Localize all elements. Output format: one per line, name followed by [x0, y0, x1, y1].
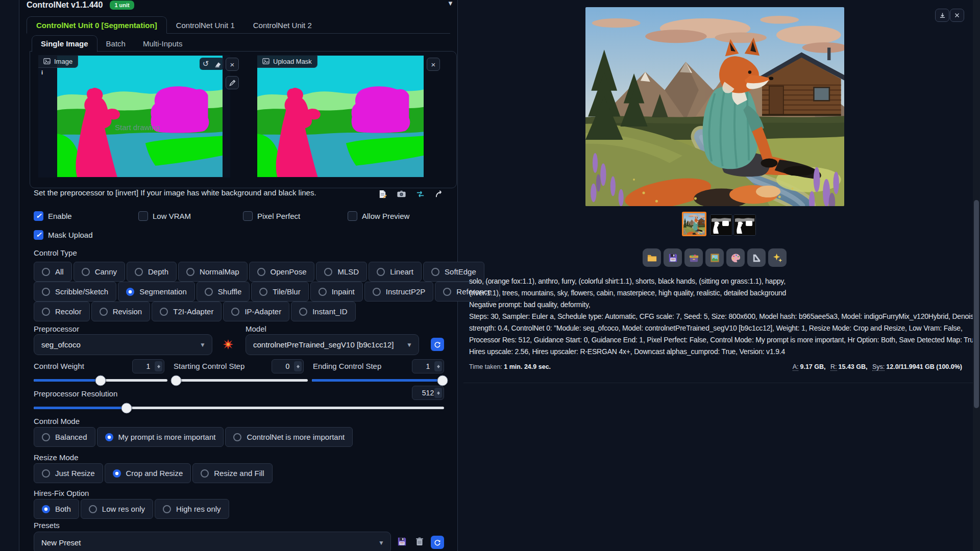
- control-type-recolor[interactable]: Recolor: [34, 302, 90, 321]
- page-scrollbar-thumb[interactable]: [974, 200, 979, 408]
- checkbox-icon[interactable]: [348, 211, 357, 221]
- send-to-img2img-button[interactable]: [705, 248, 724, 267]
- slider-handle[interactable]: [170, 375, 181, 386]
- preprocessor-resolution-input[interactable]: 512: [412, 386, 444, 400]
- mask-image[interactable]: [257, 56, 424, 177]
- slider-handle[interactable]: [121, 403, 132, 413]
- low-vram-checkbox[interactable]: Low VRAM: [138, 211, 191, 221]
- clear-image-button[interactable]: ×: [226, 58, 239, 71]
- model-dropdown[interactable]: controlnetPreTrained_segV10 [b9c1cc12] ▼: [246, 334, 419, 355]
- spinner-control[interactable]: [155, 361, 162, 371]
- collapse-arrow-icon[interactable]: ▼: [447, 0, 454, 7]
- control-type-lineart[interactable]: Lineart: [369, 262, 422, 282]
- control-type-segmentation[interactable]: Segmentation: [118, 282, 195, 302]
- tab-controlnet-unit-1[interactable]: ControlNet Unit 1: [167, 17, 244, 33]
- mask-image-panel[interactable]: Upload Mask ×: [257, 55, 424, 178]
- refresh-models-button[interactable]: [431, 338, 444, 351]
- undo-icon[interactable]: ↺: [200, 58, 212, 70]
- send-dimensions-icon[interactable]: [433, 189, 445, 199]
- ending-step-slider[interactable]: [312, 379, 444, 382]
- delete-preset-button[interactable]: [414, 536, 425, 546]
- close-gallery-button[interactable]: [950, 9, 964, 22]
- control-mode-options: Balanced My prompt is more important Con…: [34, 427, 353, 447]
- chip-label: Balanced: [55, 433, 87, 441]
- control-type-shuffle[interactable]: Shuffle: [197, 282, 250, 302]
- preprocessor-dropdown[interactable]: seg_ofcoco ▼: [34, 334, 212, 355]
- spinner-control[interactable]: [434, 388, 442, 398]
- control-type-canny[interactable]: Canny: [74, 262, 125, 282]
- save-zip-button[interactable]: [684, 248, 703, 267]
- enable-checkbox[interactable]: Enable: [34, 211, 72, 221]
- source-image-panel[interactable]: Image i Start drawing ↺ ×: [38, 55, 230, 178]
- allow-preview-checkbox[interactable]: Allow Preview: [348, 211, 409, 221]
- checkbox-icon[interactable]: [243, 211, 253, 221]
- send-to-extras-button[interactable]: [747, 248, 766, 267]
- checkbox-icon[interactable]: [138, 211, 148, 221]
- tab-multi-inputs[interactable]: Multi-Inputs: [134, 36, 191, 52]
- control-type-instant-id[interactable]: Instant_ID: [291, 302, 355, 321]
- starting-step-input[interactable]: 0: [272, 359, 304, 373]
- tab-single-image[interactable]: Single Image: [32, 35, 97, 52]
- hires-fix-button[interactable]: [768, 248, 787, 267]
- presets-dropdown[interactable]: New Preset ▼: [34, 532, 391, 551]
- clear-mask-button[interactable]: ×: [427, 58, 440, 71]
- new-canvas-icon[interactable]: [377, 189, 388, 199]
- spinner-control[interactable]: [294, 361, 302, 371]
- control-type-inpaint[interactable]: Inpaint: [310, 282, 363, 302]
- control-type-scribble[interactable]: Scribble/Sketch: [34, 282, 116, 302]
- control-type-t2i-adapter[interactable]: T2I-Adapter: [152, 302, 222, 321]
- control-mode-balanced[interactable]: Balanced: [34, 427, 95, 447]
- control-type-normalmap[interactable]: NormalMap: [178, 262, 248, 282]
- resize-mode-label: Resize Mode: [34, 453, 79, 462]
- save-image-button[interactable]: [664, 248, 682, 267]
- control-type-tile-blur[interactable]: Tile/Blur: [251, 282, 308, 302]
- starting-step-slider[interactable]: [172, 379, 308, 382]
- thumbnail-generated[interactable]: [682, 212, 706, 236]
- resize-mode-just-resize[interactable]: Just Resize: [34, 463, 103, 483]
- control-mode-controlnet[interactable]: ControlNet is more important: [225, 427, 353, 447]
- webcam-icon[interactable]: [396, 189, 407, 199]
- thumbnail-detected-map-1[interactable]: [710, 214, 732, 236]
- eraser-icon[interactable]: [212, 58, 224, 70]
- radio-icon: [186, 268, 194, 276]
- ending-step-input[interactable]: 1: [412, 359, 444, 373]
- slider-handle[interactable]: [95, 375, 106, 386]
- tab-controlnet-unit-2[interactable]: ControlNet Unit 2: [244, 17, 321, 33]
- pixel-perfect-checkbox[interactable]: Pixel Perfect: [243, 211, 300, 221]
- segmentation-image[interactable]: [57, 56, 223, 177]
- mirror-webcam-icon[interactable]: [414, 189, 426, 199]
- control-type-depth[interactable]: Depth: [127, 262, 177, 282]
- control-type-revision[interactable]: Revision: [91, 302, 151, 321]
- tab-controlnet-unit-0[interactable]: ControlNet Unit 0 [Segmentation]: [27, 16, 167, 34]
- send-to-inpaint-button[interactable]: [726, 248, 745, 267]
- mask-upload-checkbox[interactable]: Mask Upload: [34, 230, 93, 240]
- control-type-ip-adapter[interactable]: IP-Adapter: [223, 302, 289, 321]
- run-preprocessor-button[interactable]: [223, 339, 234, 350]
- hires-high-res-only[interactable]: High res only: [155, 499, 229, 519]
- spinner-control[interactable]: [434, 361, 442, 371]
- draw-brush-button[interactable]: [226, 76, 239, 89]
- open-folder-button[interactable]: [643, 248, 661, 267]
- resize-mode-crop-and-resize[interactable]: Crop and Resize: [105, 463, 191, 483]
- resize-mode-resize-and-fill[interactable]: Resize and Fill: [192, 463, 272, 483]
- hires-low-res-only[interactable]: Low res only: [81, 499, 153, 519]
- generated-image[interactable]: [585, 7, 844, 206]
- checkbox-checked-icon[interactable]: [34, 211, 43, 221]
- refresh-presets-button[interactable]: [431, 536, 444, 549]
- control-type-instructp2p[interactable]: InstructP2P: [364, 282, 434, 302]
- save-preset-button[interactable]: [397, 536, 407, 547]
- control-type-openpose[interactable]: OpenPose: [249, 262, 315, 282]
- control-weight-input[interactable]: 1: [132, 359, 164, 373]
- thumbnail-detected-map-2[interactable]: [733, 214, 756, 236]
- hires-both[interactable]: Both: [34, 499, 79, 519]
- control-mode-my-prompt[interactable]: My prompt is more important: [97, 427, 224, 447]
- checkbox-checked-icon[interactable]: [34, 230, 43, 240]
- radio-icon: [373, 288, 381, 296]
- slider-handle[interactable]: [437, 375, 448, 386]
- control-type-mlsd[interactable]: MLSD: [316, 262, 367, 282]
- preprocessor-resolution-slider[interactable]: [34, 407, 444, 409]
- control-type-all[interactable]: All: [34, 262, 72, 282]
- control-weight-slider[interactable]: [34, 379, 167, 382]
- download-image-button[interactable]: [935, 9, 949, 22]
- tab-batch[interactable]: Batch: [97, 36, 134, 52]
